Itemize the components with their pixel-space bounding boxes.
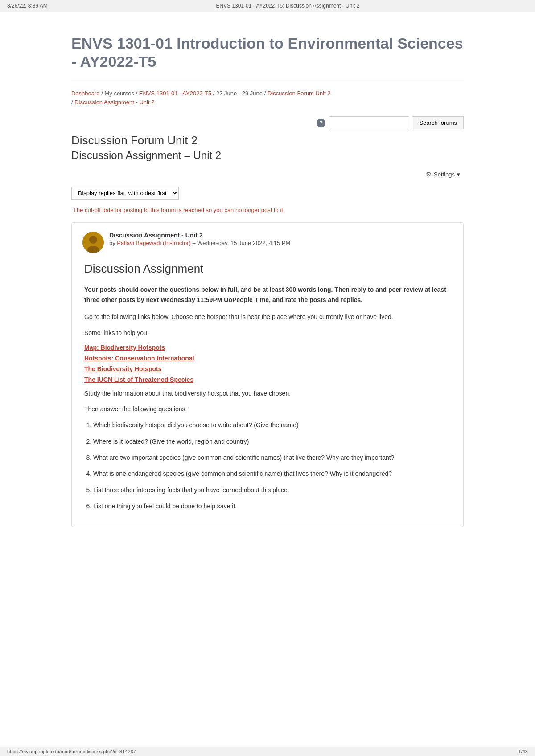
svg-point-1 <box>89 236 97 244</box>
question-6: List one thing you feel could be done to… <box>93 501 453 511</box>
question-2: Where is it located? (Give the world, re… <box>93 437 453 446</box>
link-item-3: The Biodiversity Hotspots <box>84 365 453 372</box>
breadcrumb-dashboard[interactable]: Dashboard <box>71 90 100 97</box>
settings-label: Settings <box>434 171 455 178</box>
breadcrumb-discussion[interactable]: Discussion Assignment - Unit 2 <box>74 99 154 106</box>
cutoff-notice: The cut-off date for posting to this for… <box>71 207 464 213</box>
breadcrumb-course[interactable]: ENVS 1301-01 - AY2022-T5 <box>139 90 211 97</box>
body-text-4: Then answer the following questions: <box>84 404 453 415</box>
breadcrumb-forum[interactable]: Discussion Forum Unit 2 <box>268 90 331 97</box>
forum-title: Discussion Forum Unit 2 <box>71 134 464 147</box>
search-input[interactable] <box>329 116 409 129</box>
body-text-1: Go to the following links below. Choose … <box>84 312 453 323</box>
link-conservation-international[interactable]: Hotspots: Conservation International <box>84 355 194 362</box>
gear-icon: ⚙ <box>426 171 432 178</box>
page-title: ENVS 1301-01 Introduction to Environment… <box>71 34 464 71</box>
page-wrapper: ENVS 1301-01 Introduction to Environment… <box>54 12 482 563</box>
discussion-title: Discussion Assignment – Unit 2 <box>71 149 464 162</box>
body-text-3: Study the information about that biodive… <box>84 388 453 399</box>
post-title: Discussion Assignment - Unit 2 <box>109 232 453 239</box>
body-text-2: Some links to help you: <box>84 328 453 339</box>
chevron-down-icon: ▾ <box>457 171 460 178</box>
discussion-heading: Discussion Assignment <box>84 262 453 276</box>
question-1: Which biodiversity hotspot did you choos… <box>93 420 453 430</box>
search-bar-row: ? Search forums <box>71 116 464 129</box>
search-button[interactable]: Search forums <box>413 116 464 129</box>
settings-button[interactable]: ⚙ Settings ▾ <box>422 169 464 180</box>
link-iucn-list[interactable]: The IUCN List of Threatened Species <box>84 376 193 383</box>
browser-datetime: 8/26/22, 8:39 AM <box>7 3 48 9</box>
discussion-content: Discussion Assignment Your posts should … <box>82 262 453 511</box>
browser-tab-title: ENVS 1301-01 - AY2022-T5: Discussion Ass… <box>216 3 359 9</box>
question-5: List three other interesting facts that … <box>93 485 453 495</box>
display-replies-select[interactable]: Display replies flat, with oldest first <box>71 187 179 200</box>
search-help-icon[interactable]: ? <box>317 119 325 127</box>
question-3: What are two important species (give com… <box>93 453 453 462</box>
question-4: What is one endangered species (give com… <box>93 469 453 478</box>
resource-links: Map: Biodiversity Hotspots Hotspots: Con… <box>84 344 453 383</box>
avatar <box>82 232 104 253</box>
post-author-link[interactable]: Pallavi Bagewadi (Instructor) <box>117 240 190 246</box>
settings-row: ⚙ Settings ▾ <box>71 169 464 180</box>
link-item-4: The IUCN List of Threatened Species <box>84 376 453 383</box>
post-meta: Discussion Assignment - Unit 2 by Pallav… <box>109 232 453 246</box>
breadcrumb: Dashboard / My courses / ENVS 1301-01 - … <box>71 89 464 108</box>
display-dropdown-wrapper: Display replies flat, with oldest first <box>71 187 464 207</box>
post-header: Discussion Assignment - Unit 2 by Pallav… <box>82 232 453 253</box>
questions-list: Which biodiversity hotspot did you choos… <box>93 420 453 511</box>
link-item-2: Hotspots: Conservation International <box>84 355 453 362</box>
link-biodiversity-hotspots[interactable]: The Biodiversity Hotspots <box>84 365 161 372</box>
browser-bar: 8/26/22, 8:39 AM ENVS 1301-01 - AY2022-T… <box>0 0 535 12</box>
intro-bold-text: Your posts should cover the questions be… <box>84 285 453 305</box>
link-item-1: Map: Biodiversity Hotspots <box>84 344 453 351</box>
post-author-line: by Pallavi Bagewadi (Instructor) – Wedne… <box>109 240 453 246</box>
link-biodiversity-map[interactable]: Map: Biodiversity Hotspots <box>84 344 165 351</box>
post-card: Discussion Assignment - Unit 2 by Pallav… <box>71 222 464 527</box>
post-date: Wednesday, 15 June 2022, 4:15 PM <box>197 240 290 246</box>
title-divider <box>71 80 464 80</box>
